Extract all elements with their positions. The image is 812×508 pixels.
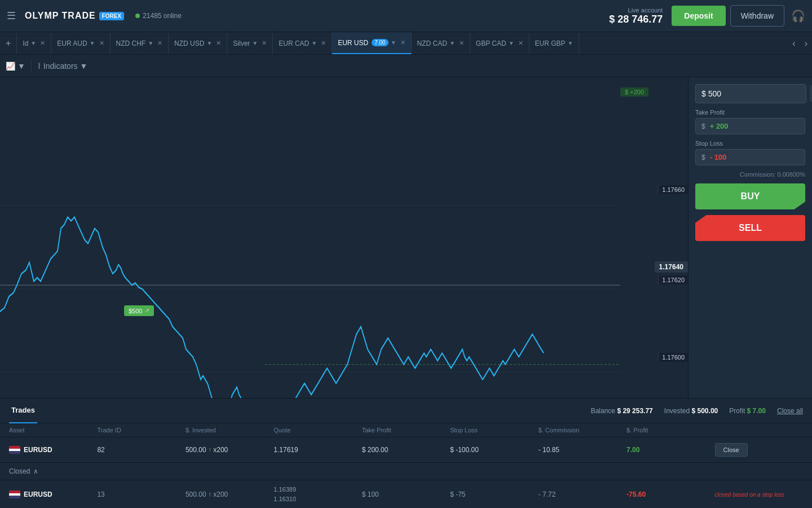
take-profit-prefix: $ <box>701 122 705 130</box>
take-profit-value: + 200 <box>710 122 729 130</box>
amount-row: x200 <box>695 84 805 103</box>
tab-nzdcad-label: NZD CAD <box>417 40 447 47</box>
closed-take-profit: $ 100 <box>362 491 450 498</box>
tab-euraud[interactable]: EUR AUD ▼ ✕ <box>51 32 110 54</box>
account-label: Live account <box>609 7 663 14</box>
tabs-row: + Id ▼ ✕ EUR AUD ▼ ✕ NZD CHF ▼ ✕ NZD USD… <box>0 32 812 55</box>
tab-eurgbp[interactable]: EUR GBP ▼ <box>529 32 580 54</box>
tab-eurusd-badge: 7.00 <box>372 39 388 46</box>
support-icon[interactable]: 🎧 <box>791 9 805 23</box>
balance-label: Balance $ 29 253.77 <box>591 407 653 415</box>
tab-eurcad-label: EUR CAD <box>279 40 309 47</box>
col-stop-loss: Stop Loss <box>450 427 538 433</box>
profit-label: Profit $ 7.00 <box>729 407 766 415</box>
tab-eurusd[interactable]: EUR USD 7.00 ▼ ✕ <box>332 32 411 54</box>
invested-value: $ 500.00 <box>692 407 718 415</box>
trade-action: Close <box>715 443 803 457</box>
commission-text: Commission: 0.00800% <box>695 171 805 178</box>
trade-take-profit: $ 200.00 <box>362 446 450 454</box>
closed-quote: 1.163891.16310 <box>273 485 361 503</box>
take-profit-input[interactable]: $ + 200 <box>695 118 805 134</box>
trade-stop-loss: $ -100.00 <box>450 446 538 454</box>
toolbar: 📈 ▼ ⌇ Indicators ▼ <box>0 55 812 77</box>
closed-profit: -75.60 <box>626 491 714 498</box>
closed-trade-row: EURUSD 13 500.00 ↑ x200 1.163891.16310 $… <box>0 480 812 508</box>
tab-gbpcad[interactable]: GBP CAD ▼ ✕ <box>470 32 529 54</box>
sell-button[interactable]: SELL <box>695 215 805 241</box>
tab-nzdchf[interactable]: NZD CHF ▼ ✕ <box>111 32 169 54</box>
closed-section-header[interactable]: Closed ∧ <box>0 463 812 480</box>
col-invested: $. Invested <box>186 427 273 433</box>
online-indicator: 21485 online <box>135 12 182 20</box>
indicators-button[interactable]: ⌇ Indicators ▼ <box>37 62 88 71</box>
tab-nzdusd-label: NZD USD <box>174 40 204 47</box>
trade-invested: 500.00 ↑ x200 <box>186 446 273 454</box>
col-commission: $. Commission <box>539 427 626 433</box>
price-level-3: 1.17600 <box>658 353 688 362</box>
closed-commission: - 7.72 <box>539 491 626 498</box>
balance-info: Balance $ 29 253.77 Invested $ 500.00 Pr… <box>591 407 803 415</box>
tab-silver-label: Silver <box>233 40 250 47</box>
logo-badge: FOREX <box>99 12 124 20</box>
tab-eurcad[interactable]: EUR CAD ▼ ✕ <box>273 32 332 54</box>
tab-silver[interactable]: Silver ▼ ✕ <box>227 32 273 54</box>
amount-input[interactable] <box>695 84 806 103</box>
tab-eurgbp-label: EUR GBP <box>535 40 566 47</box>
stop-loss-section: Stop Loss $ - 100 <box>695 140 805 165</box>
price-level-2: 1.17620 <box>658 275 688 284</box>
account-balance: $ 28 746.77 <box>609 14 663 25</box>
add-tab-button[interactable]: + <box>0 32 17 54</box>
profit-value: $ 7.00 <box>747 407 766 415</box>
tab-id-close[interactable]: ✕ <box>40 40 45 47</box>
close-all-button[interactable]: Close all <box>777 407 803 415</box>
chart-dropdown-icon: ▼ <box>17 62 25 71</box>
flag-icon <box>9 446 20 454</box>
trades-tab[interactable]: Trades <box>9 398 37 423</box>
deposit-button[interactable]: Deposit <box>672 6 725 26</box>
withdraw-button[interactable]: Withdraw <box>730 5 784 27</box>
indicators-icon: ⌇ <box>37 62 41 71</box>
multiplier-badge: x200 <box>810 85 812 102</box>
col-action <box>715 427 803 433</box>
bottom-panel: Trades Balance $ 29 253.77 Invested $ 50… <box>0 398 812 508</box>
stop-loss-input[interactable]: $ - 100 <box>695 149 805 165</box>
stop-loss-value: - 100 <box>710 153 727 161</box>
trade-direction-icon: ↑ <box>208 446 211 454</box>
header: ☰ OLYMP TRADE FOREX 21485 online Live ac… <box>0 0 812 32</box>
closed-invested: 500.00 ↑ x200 <box>186 491 273 498</box>
current-price-label: 1.17640 <box>655 261 688 273</box>
stop-loss-label: Stop Loss <box>695 140 805 147</box>
tab-gbpcad-label: GBP CAD <box>476 40 506 47</box>
profit-positive-label: $ +200 <box>620 87 648 97</box>
closed-stop-loss: $ -75 <box>450 491 538 498</box>
bottom-tabs-row: Trades Balance $ 29 253.77 Invested $ 50… <box>0 398 812 423</box>
logo: OLYMP TRADE FOREX <box>25 11 124 21</box>
price-level-1: 1.17660 <box>658 185 688 194</box>
tab-nzdcad[interactable]: NZD CAD ▼ ✕ <box>412 32 470 54</box>
closed-section-chevron: ∧ <box>33 467 38 475</box>
closed-flag-icon <box>9 491 20 498</box>
tab-id-label: Id <box>23 40 28 47</box>
close-trade-button[interactable]: Close <box>715 443 748 457</box>
online-count: 21485 online <box>143 12 182 20</box>
trade-marker: $500 ↗ <box>124 305 154 316</box>
account-info: Live account $ 28 746.77 <box>609 7 663 25</box>
tabs-next-button[interactable]: › <box>800 32 812 55</box>
tab-id[interactable]: Id ▼ ✕ <box>17 32 51 54</box>
closed-section-label: Closed <box>9 467 30 475</box>
balance-value: $ 29 253.77 <box>617 407 652 415</box>
menu-icon[interactable]: ☰ <box>7 10 16 22</box>
indicators-label: Indicators <box>43 62 78 71</box>
buy-button[interactable]: BUY <box>695 183 805 209</box>
logo-text: OLYMP TRADE <box>25 11 96 21</box>
invested-label: Invested $ 500.00 <box>664 407 718 415</box>
open-trade-row: EURUSD 82 500.00 ↑ x200 1.17619 $ 200.00… <box>0 437 812 463</box>
tabs-prev-button[interactable]: ‹ <box>788 32 800 55</box>
trade-profit: 7.00 <box>626 446 714 454</box>
chart-type-button[interactable]: 📈 ▼ <box>6 62 25 71</box>
closed-note: closed based on a stop loss <box>715 491 803 498</box>
online-dot <box>135 14 140 18</box>
closed-asset: EURUSD <box>9 491 97 498</box>
tab-nzdusd[interactable]: NZD USD ▼ ✕ <box>169 32 227 54</box>
trade-asset: EURUSD <box>9 446 97 454</box>
